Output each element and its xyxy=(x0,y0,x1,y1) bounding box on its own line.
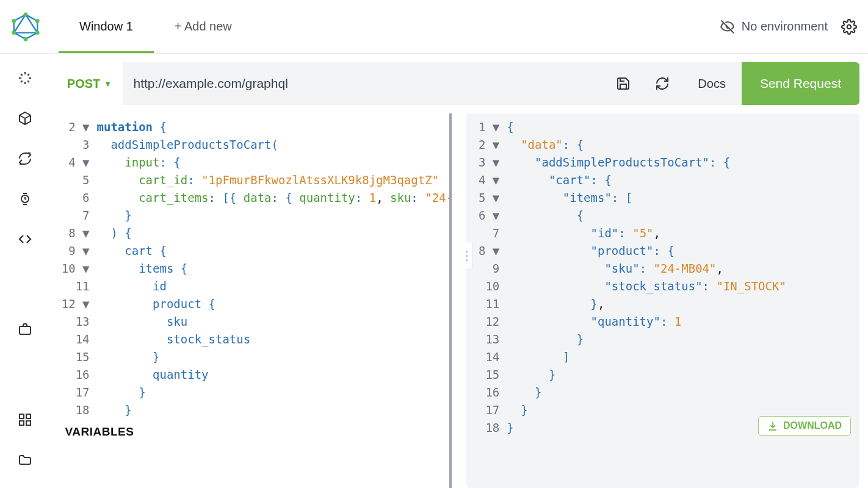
code-line[interactable]: 12 "quantity": 1 xyxy=(466,313,859,331)
code-line[interactable]: 2 ▼mutation { xyxy=(57,118,450,136)
code-line[interactable]: 13 sku xyxy=(57,313,450,331)
line-number: 6 xyxy=(57,189,97,207)
code-line[interactable]: 7 "id": "5", xyxy=(466,224,859,242)
line-number: 12 ▼ xyxy=(57,295,97,313)
code-line[interactable]: 3 ▼ "addSimpleProductsToCart": { xyxy=(466,154,859,171)
code-line[interactable]: 16 quantity xyxy=(57,366,450,384)
variables-label: VARIABLES xyxy=(65,425,134,438)
code-line[interactable]: 15 } xyxy=(57,348,450,366)
add-tab-button[interactable]: + Add new xyxy=(154,0,253,53)
line-number: 7 xyxy=(466,224,507,242)
rail-folder-icon[interactable] xyxy=(18,453,32,467)
url-bar: POST ▼ Docs Send Request xyxy=(57,62,859,105)
code-line[interactable]: 6 cart_items: [{ data: { quantity: 1, sk… xyxy=(57,189,450,207)
code-line[interactable]: 9 ▼ cart { xyxy=(57,242,450,260)
line-number: 9 ▼ xyxy=(57,242,97,260)
save-button[interactable] xyxy=(604,76,643,91)
line-number: 11 xyxy=(57,278,97,295)
environment-label: No environment xyxy=(742,20,828,34)
code-line[interactable]: 7 } xyxy=(57,207,450,224)
code-line[interactable]: 10 ▼ items { xyxy=(57,260,450,278)
response-viewer[interactable]: 1 ▼{2 ▼ "data": {3 ▼ "addSimpleProductsT… xyxy=(466,113,859,488)
code-line[interactable]: 5 ▼ "items": [ xyxy=(466,189,859,207)
code-line[interactable]: 16 } xyxy=(466,384,859,401)
code-line[interactable]: 15 } xyxy=(466,366,859,384)
line-number: 17 xyxy=(57,384,97,401)
query-editor[interactable]: 2 ▼mutation {3 addSimpleProductsToCart(4… xyxy=(57,113,452,488)
side-rail xyxy=(0,54,51,488)
send-request-button[interactable]: Send Request xyxy=(742,62,859,105)
line-number: 9 xyxy=(466,260,507,278)
line-number: 18 xyxy=(466,419,507,437)
settings-button[interactable] xyxy=(841,19,857,35)
line-number: 4 ▼ xyxy=(466,171,507,189)
code-line[interactable]: 6 ▼ { xyxy=(466,207,859,224)
code-line[interactable]: 11 id xyxy=(57,278,450,295)
http-method-selector[interactable]: POST ▼ xyxy=(57,62,123,105)
svg-rect-11 xyxy=(20,414,24,418)
code-line[interactable]: 9 "sku": "24-MB04", xyxy=(466,260,859,278)
tab-strip: Window 1 + Add new xyxy=(59,0,253,53)
code-line[interactable]: 14 stock_status xyxy=(57,331,450,348)
code-line[interactable]: 18 } xyxy=(57,401,450,419)
rail-refresh-icon[interactable] xyxy=(18,151,32,166)
rail-briefcase-icon[interactable] xyxy=(18,322,32,337)
gear-icon xyxy=(841,19,857,35)
chevron-down-icon: ▼ xyxy=(104,79,112,88)
code-line[interactable]: 10 "stock_status": "IN_STOCK" xyxy=(466,278,859,295)
line-number: 7 xyxy=(57,207,97,224)
rail-watch-icon[interactable] xyxy=(18,192,32,206)
code-line[interactable]: 1 ▼{ xyxy=(466,118,859,136)
line-number: 18 xyxy=(57,401,97,419)
line-number: 2 ▼ xyxy=(57,118,97,136)
line-number: 8 ▼ xyxy=(57,224,97,242)
svg-point-5 xyxy=(24,37,28,41)
send-label: Send Request xyxy=(760,76,841,91)
reload-schema-button[interactable] xyxy=(643,76,682,91)
code-line[interactable]: 8 ▼ ) { xyxy=(57,224,450,242)
download-button[interactable]: DOWNLOAD xyxy=(758,416,851,436)
code-line[interactable]: 17 } xyxy=(57,384,450,401)
docs-label: Docs xyxy=(698,77,726,90)
code-line[interactable]: 3 addSimpleProductsToCart( xyxy=(57,136,450,154)
rail-loading-icon[interactable] xyxy=(18,71,32,85)
code-line[interactable]: 8 ▼ "product": { xyxy=(466,242,859,260)
svg-rect-14 xyxy=(26,421,31,425)
line-number: 15 xyxy=(57,348,97,366)
code-line[interactable]: 4 ▼ "cart": { xyxy=(466,171,859,189)
code-line[interactable]: 13 } xyxy=(466,331,859,348)
graphql-logo-icon xyxy=(11,12,40,41)
rail-cube-icon[interactable] xyxy=(18,111,32,126)
tab-window-1[interactable]: Window 1 xyxy=(59,0,154,53)
line-number: 3 ▼ xyxy=(466,154,507,171)
code-line[interactable]: 11 }, xyxy=(466,295,859,313)
docs-button[interactable]: Docs xyxy=(682,77,742,91)
svg-point-7 xyxy=(12,19,16,23)
code-line[interactable]: 2 ▼ "data": { xyxy=(466,136,859,154)
line-number: 6 ▼ xyxy=(466,207,507,224)
code-line[interactable]: 5 cart_id: "1pFmurBFkwozlAtssXLK9k8jgM3q… xyxy=(57,171,450,189)
code-line[interactable]: 12 ▼ product { xyxy=(57,295,450,313)
rail-code-icon[interactable] xyxy=(18,232,32,246)
line-number: 12 xyxy=(466,313,507,331)
tab-label: Window 1 xyxy=(79,20,133,34)
pane-splitter-handle[interactable] xyxy=(466,242,472,270)
svg-point-8 xyxy=(847,24,852,29)
endpoint-url-input[interactable] xyxy=(123,76,604,91)
line-number: 16 xyxy=(57,366,97,384)
line-number: 2 ▼ xyxy=(466,136,507,154)
download-label: DOWNLOAD xyxy=(783,420,842,431)
line-number: 3 xyxy=(57,136,97,154)
svg-rect-12 xyxy=(26,414,31,418)
line-number: 14 xyxy=(57,331,97,348)
code-line[interactable]: 14 ] xyxy=(466,348,859,366)
environment-selector[interactable]: No environment xyxy=(720,19,828,35)
add-tab-label: + Add new xyxy=(175,20,232,34)
top-bar: Window 1 + Add new No environment xyxy=(0,0,868,54)
rail-apps-icon[interactable] xyxy=(18,412,32,427)
code-line[interactable]: 4 ▼ input: { xyxy=(57,154,450,171)
svg-point-6 xyxy=(12,30,16,35)
variables-section-header[interactable]: VARIABLES xyxy=(65,425,450,439)
line-number: 8 ▼ xyxy=(466,242,507,260)
line-number: 4 ▼ xyxy=(57,154,97,171)
